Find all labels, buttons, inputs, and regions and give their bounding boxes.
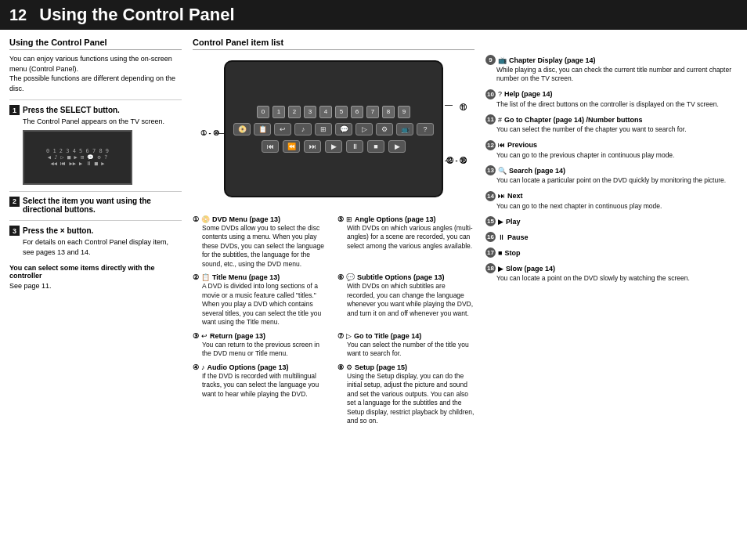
right-item-15-num: 15 [485, 216, 496, 226]
remote-next-btn: ⏭ [304, 140, 321, 153]
divider-3 [9, 220, 182, 221]
item-3-title: Return (page 13) [210, 332, 265, 340]
step-1-desc: The Control Panel appears on the TV scre… [23, 117, 182, 127]
right-item-12-desc: You can go to the previous chapter in co… [496, 151, 738, 160]
divider-2 [9, 191, 182, 192]
remote-btn-7: 7 [366, 106, 379, 118]
right-item-11-desc: You can select the number of the chapter… [496, 125, 738, 134]
item-3-desc: You can return to the previous screen in… [202, 341, 330, 359]
item-5-header: ⑤ ⊞ Angle Options (page 13) [337, 215, 475, 223]
remote-prev-btn: ⏮ [262, 140, 279, 153]
step-1-label: Press the SELECT button. [23, 106, 120, 114]
remote-setup-btn: ⚙ [376, 123, 393, 135]
remote-dvd-btn: 📀 [233, 123, 251, 135]
step-2-num: 2 [9, 197, 20, 207]
main-content: Using the Control Panel You can enjoy va… [0, 30, 747, 438]
right-item-12-title: Previous [507, 141, 537, 149]
item-8-title: Setup (page 15) [355, 363, 407, 371]
right-item-9-title: Chapter Display (page 14) [509, 56, 596, 64]
item-6-desc: With DVDs on which subtitles are recorde… [347, 282, 475, 318]
item-1-num: ① [193, 215, 199, 223]
right-item-10-icon: ? [498, 90, 502, 98]
item-4-num: ④ [193, 363, 199, 371]
remote-slow-btn: ▶ [388, 140, 406, 153]
remote-number-row: 0 1 2 3 4 5 6 7 8 9 [257, 106, 410, 118]
page-header: 12 Using the Control Panel [0, 0, 747, 30]
remote-search-rev-btn: ⏪ [283, 140, 300, 153]
remote-btn-9: 9 [398, 106, 410, 118]
item-7-header: ⑦ ▷ Go to Title (page 14) [337, 332, 475, 340]
right-item-17-title: Stop [504, 249, 520, 257]
remote-stop-btn: ■ [367, 140, 384, 153]
item-2-title: Title Menu (page 13) [212, 273, 280, 281]
remote-angle-btn: ⊞ [315, 123, 332, 135]
item-6-num: ⑥ [337, 273, 344, 281]
right-item-15-title: Play [506, 218, 521, 226]
right-item-14-num: 14 [485, 191, 496, 201]
left-column: Using the Control Panel You can enjoy va… [9, 38, 182, 430]
right-item-15: 15 ▶ Play [485, 216, 738, 226]
right-item-14-icon: ⏭ [498, 192, 505, 200]
remote-transport-row: ⏮ ⏪ ⏭ ▶ ⏸ ■ ▶ [262, 140, 406, 153]
right-item-10-num: 10 [485, 89, 496, 99]
right-item-14-desc: You can go to the next chapter in contin… [496, 202, 738, 211]
right-item-16-header: 16 ⏸ Pause [485, 232, 738, 242]
callout-label-left: ① - ⑩ [200, 129, 219, 137]
callout-line-right-top [445, 105, 453, 106]
right-item-13-header: 13 🔍 Search (page 14) [485, 165, 738, 175]
right-item-16-icon: ⏸ [498, 233, 505, 241]
right-item-12-num: 12 [485, 140, 496, 150]
remote-area: 0 1 2 3 4 5 6 7 8 9 📀 📋 ↩ ♪ ⊞ [200, 56, 467, 209]
item-2-header: ② 📋 Title Menu (page 13) [193, 273, 330, 281]
item-8-icon: ⚙ [346, 363, 352, 371]
item-3: ③ ↩ Return (page 13) You can return to t… [193, 332, 330, 359]
right-item-18-title: Slow (page 14) [506, 265, 555, 273]
item-5-num: ⑤ [337, 215, 344, 223]
page-number: 12 [9, 6, 27, 24]
intro-text: You can enjoy various functions using th… [9, 54, 182, 93]
right-item-17-num: 17 [485, 247, 496, 258]
right-item-18-num: 18 [485, 263, 496, 273]
right-item-10-title: Help (page 14) [504, 90, 553, 98]
right-item-13-desc: You can locate a particular point on the… [496, 176, 738, 185]
item-8-header: ⑧ ⚙ Setup (page 15) [337, 363, 475, 371]
item-6-icon: 💬 [346, 273, 355, 281]
right-item-18: 18 ▶ Slow (page 14) You can locate a poi… [485, 263, 738, 283]
item-4: ④ ♪ Audio Options (page 13) If the DVD i… [193, 363, 330, 426]
item-4-header: ④ ♪ Audio Options (page 13) [193, 363, 330, 371]
item-4-icon: ♪ [201, 363, 205, 371]
step-2-header: 2 Select the item you want using the dir… [9, 197, 182, 215]
right-item-13: 13 🔍 Search (page 14) You can locate a p… [485, 165, 738, 185]
right-item-12: 12 ⏮ Previous You can go to the previous… [485, 140, 738, 160]
item-5-title: Angle Options (page 13) [355, 215, 436, 223]
remote-audio-btn: ♪ [294, 123, 312, 135]
item-6-header: ⑥ 💬 Subtitle Options (page 13) [337, 273, 475, 281]
right-item-13-icon: 🔍 [498, 167, 507, 175]
item-8-num: ⑧ [337, 363, 344, 371]
remote-btn-1: 1 [272, 106, 285, 118]
item-7-num: ⑦ [337, 332, 344, 340]
right-item-17: 17 ■ Stop [485, 247, 738, 258]
remote-return-btn: ↩ [274, 123, 291, 135]
callout-line-right-bottom [445, 161, 453, 161]
item-5-icon: ⊞ [346, 215, 352, 223]
callout-label-right-top: ⑪ [460, 103, 467, 113]
item-7-desc: You can select the number of the title y… [347, 341, 475, 359]
right-item-12-header: 12 ⏮ Previous [485, 140, 738, 150]
right-item-11: 11 # Go to Chapter (page 14) /Number but… [485, 114, 738, 134]
remote-pause-btn: ⏸ [346, 140, 363, 153]
right-item-18-desc: You can locate a point on the DVD slowly… [496, 274, 738, 283]
item-6-title: Subtitle Options (page 13) [357, 273, 445, 281]
item-1-icon: 📀 [201, 215, 210, 223]
right-item-9-icon: 📺 [498, 56, 507, 64]
right-item-17-header: 17 ■ Stop [485, 247, 738, 258]
step-3-desc: For details on each Control Panel displa… [23, 237, 182, 257]
right-item-10-header: 10 ? Help (page 14) [485, 89, 738, 99]
item-5-desc: With DVDs on which various angles (multi… [347, 224, 475, 251]
item-7-icon: ▷ [346, 332, 352, 340]
tv-screen-illustration: 0 1 2 3 4 5 6 7 8 9 ◀ ♪ ▷ ■ ▶ ⊞ 💬 ⚙ ? ◀◀… [23, 130, 132, 185]
item-5: ⑤ ⊞ Angle Options (page 13) With DVDs on… [337, 215, 475, 269]
remote-btn-2: 2 [288, 106, 301, 118]
right-column: 9 📺 Chapter Display (page 14) While play… [485, 38, 738, 430]
item-3-num: ③ [193, 332, 199, 340]
